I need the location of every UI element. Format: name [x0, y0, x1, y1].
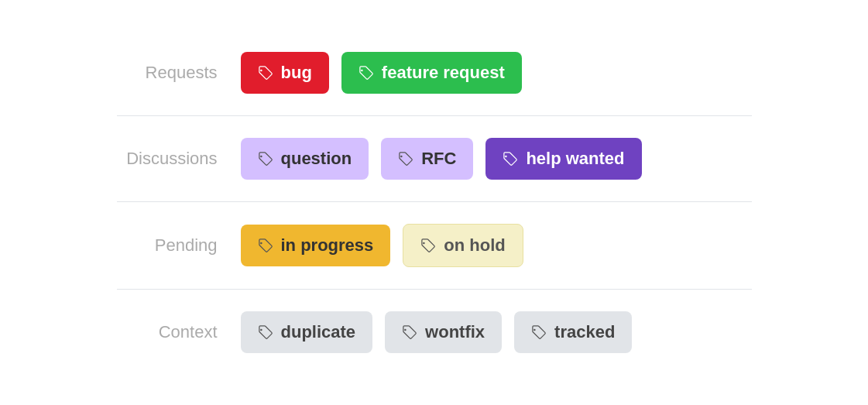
tag-tracked[interactable]: tracked	[514, 311, 632, 353]
tags-context: duplicate wontfix tracked	[241, 311, 633, 353]
label-discussions: Discussions	[117, 149, 241, 169]
row-discussions: Discussions question RFC help wanted	[117, 116, 752, 202]
tag-icon-feature-request	[359, 65, 374, 81]
tag-icon-wontfix	[402, 324, 417, 340]
row-requests: Requests bug feature request	[117, 30, 752, 116]
tag-label-feature-request: feature request	[382, 63, 505, 83]
tag-help-wanted[interactable]: help wanted	[485, 138, 641, 180]
tag-label-help-wanted: help wanted	[526, 149, 624, 169]
label-pending: Pending	[117, 235, 241, 256]
labels-container: Requests bug feature requestDiscussions …	[86, 15, 783, 390]
row-pending: Pending in progress on hold	[117, 202, 752, 290]
tag-rfc[interactable]: RFC	[381, 138, 473, 180]
tags-discussions: question RFC help wanted	[241, 138, 642, 180]
tag-label-rfc: RFC	[421, 149, 456, 169]
tags-requests: bug feature request	[241, 52, 522, 94]
tag-icon-question	[258, 151, 273, 166]
tag-wontfix[interactable]: wontfix	[385, 311, 502, 353]
label-context: Context	[117, 322, 241, 342]
label-requests: Requests	[117, 63, 241, 83]
tags-pending: in progress on hold	[241, 224, 523, 267]
tag-label-tracked: tracked	[554, 322, 615, 342]
tag-question[interactable]: question	[241, 138, 369, 180]
tag-icon-duplicate	[258, 324, 273, 340]
row-context: Context duplicate wontfix tracked	[117, 290, 752, 375]
tag-label-on-hold: on hold	[444, 235, 505, 256]
tag-icon-tracked	[531, 324, 547, 340]
tag-label-question: question	[281, 149, 352, 169]
tag-icon-bug	[258, 65, 273, 81]
tag-feature-request[interactable]: feature request	[341, 52, 522, 94]
tag-duplicate[interactable]: duplicate	[241, 311, 373, 353]
tag-icon-help-wanted	[503, 151, 518, 166]
tag-label-wontfix: wontfix	[425, 322, 485, 342]
tag-icon-rfc	[398, 151, 413, 166]
tag-label-duplicate: duplicate	[281, 322, 356, 342]
tag-on-hold[interactable]: on hold	[403, 224, 523, 267]
tag-bug[interactable]: bug	[241, 52, 329, 94]
tag-in-progress[interactable]: in progress	[241, 225, 391, 266]
tag-icon-in-progress	[258, 238, 273, 253]
tag-label-in-progress: in progress	[281, 235, 374, 256]
tag-label-bug: bug	[281, 63, 312, 83]
tag-icon-on-hold	[420, 238, 436, 253]
